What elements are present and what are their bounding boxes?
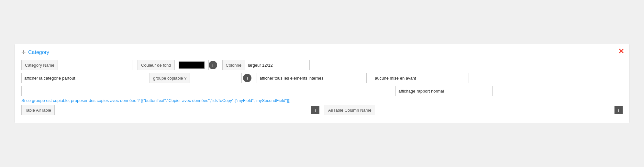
groupe-copiable-input[interactable] [190,73,242,83]
table-airtable-label: Table AirTable [21,105,55,115]
category-name-input[interactable] [58,60,132,70]
category-name-group: Category Name [21,60,132,70]
airtable-column-group: AirTable Column Name i [325,105,623,115]
airtable-column-label: AirTable Column Name [325,105,375,115]
airtable-column-input[interactable] [375,105,614,115]
close-button[interactable]: ✕ [618,48,624,55]
row-3 [21,86,623,96]
color-value-wrap [175,60,209,70]
colonne-label: Colonne [222,60,245,70]
groupe-copiable-group: groupe copiable ? i [150,73,251,83]
groupe-copiable-info-button[interactable]: i [243,74,251,82]
colonne-input[interactable] [245,60,310,70]
couleur-info-button[interactable]: i [209,61,217,69]
panel-header: ✛ Category ✕ [21,49,623,55]
airtable-column-info-button[interactable]: i [614,106,623,114]
copiable-link[interactable]: Si ce groupe est copiable, proposer des … [21,98,291,103]
move-icon[interactable]: ✛ [21,49,26,55]
groupe-copiable-label: groupe copiable ? [150,73,190,83]
row-5: Table AirTable i AirTable Column Name i [21,105,623,115]
row-1: Category Name Couleur de fond i Colonne [21,60,623,70]
wide-input[interactable] [21,86,390,96]
aucune-mise-input[interactable] [372,73,469,83]
color-swatch[interactable] [179,61,205,69]
afficher-internes-input[interactable] [257,73,367,83]
colonne-group: Colonne [222,60,310,70]
affichage-input[interactable] [395,86,493,96]
category-name-label: Category Name [21,60,58,70]
panel-title: Category [28,50,49,55]
table-airtable-group: Table AirTable i [21,105,319,115]
table-airtable-info-button[interactable]: i [311,106,319,114]
row-2: groupe copiable ? i [21,73,623,83]
couleur-label: Couleur de fond [138,60,175,70]
couleur-group: Couleur de fond i [138,60,217,70]
category-panel: ✛ Category ✕ Category Name Couleur de fo… [15,44,629,123]
row-4: Si ce groupe est copiable, proposer des … [21,98,623,103]
afficher-categorie-input[interactable] [21,73,144,83]
table-airtable-input[interactable] [55,105,311,115]
